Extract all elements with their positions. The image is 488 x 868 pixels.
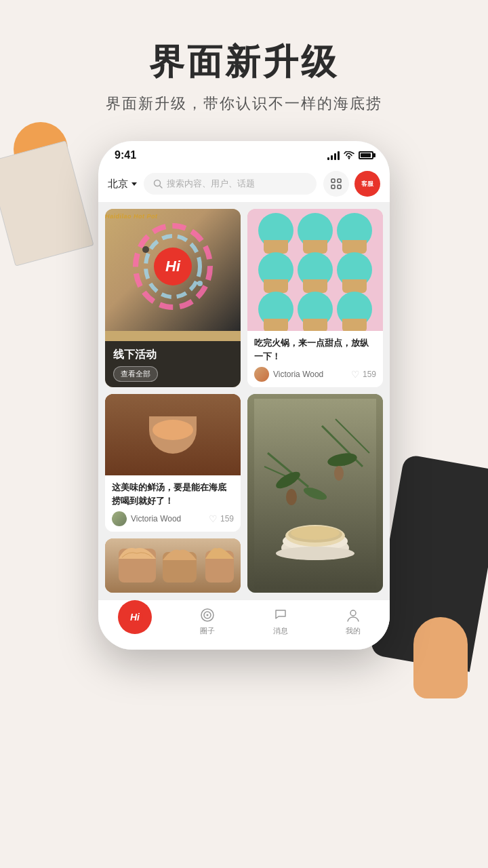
phone-frame: 9:41	[98, 141, 390, 650]
search-bar[interactable]: 搜索内容、用户、话题	[144, 173, 317, 195]
banner-image: Haidilao Hot Pot Hi	[105, 209, 241, 331]
cupcakes-card[interactable]: 吃完火锅，来一点甜点，放纵一下！ Victoria Wood ♡ 159	[247, 209, 383, 387]
soup-like-count: ♡ 159	[209, 513, 234, 524]
banner-btn[interactable]: 查看全部	[113, 366, 158, 382]
community-label: 圈子	[200, 626, 215, 636]
scan-icon	[329, 177, 343, 191]
svg-point-27	[291, 526, 340, 540]
wifi-icon	[344, 151, 354, 159]
community-icon	[199, 607, 216, 623]
chevron-down-icon	[131, 182, 137, 186]
bread-visual	[105, 538, 241, 593]
profile-icon	[345, 607, 361, 623]
soup-visual	[105, 394, 241, 475]
cupcakes-image	[247, 209, 383, 331]
status-icons	[327, 151, 373, 160]
battery-icon	[359, 151, 373, 159]
profile-label: 我的	[346, 626, 361, 636]
svg-rect-5	[331, 185, 335, 189]
svg-line-2	[160, 186, 163, 189]
service-label: 客服	[361, 180, 373, 189]
location-button[interactable]: 北京	[108, 178, 137, 191]
cupcake-item	[298, 292, 333, 327]
location-text: 北京	[108, 178, 128, 191]
phone-mockup: 9:41	[0, 141, 488, 650]
search-placeholder: 搜索内容、用户、话题	[167, 178, 255, 190]
svg-rect-3	[331, 179, 335, 182]
page-subtitle: 界面新升级，带你认识不一样的海底捞	[27, 94, 461, 114]
like-count: ♡ 159	[351, 369, 376, 380]
svg-point-37	[207, 614, 209, 616]
nav-community[interactable]: 圈子	[171, 607, 245, 636]
swirl-decoration: Hi	[125, 216, 220, 317]
winter-visual	[247, 394, 383, 593]
cupcakes-title: 吃完火锅，来一点甜点，放纵一下！	[254, 336, 376, 363]
scan-button[interactable]	[323, 171, 349, 197]
page-title: 界面新升级	[27, 41, 461, 83]
cupcake-item	[337, 213, 372, 248]
soup-title: 这美味的鲜汤，要是能在海底捞喝到就好了！	[112, 481, 234, 507]
nav-home[interactable]: Hi	[98, 607, 171, 636]
bread-image	[105, 538, 241, 593]
phone-inner: 9:41	[98, 141, 390, 650]
cupcake-item	[258, 213, 293, 248]
cupcake-item	[258, 252, 293, 288]
status-bar: 9:41	[98, 141, 390, 165]
soup-text: 这美味的鲜汤，要是能在海底捞喝到就好了！ Victoria Wood ♡ 159	[105, 475, 241, 532]
soup-author: Victoria Wood	[112, 511, 181, 526]
author-name: Victoria Wood	[273, 370, 323, 379]
banner-title: 线下活动	[113, 348, 232, 362]
winter-card[interactable]	[247, 394, 383, 593]
service-button[interactable]: 客服	[354, 171, 380, 197]
svg-rect-6	[338, 185, 341, 189]
search-icon	[153, 179, 163, 189]
svg-point-0	[348, 158, 350, 159]
soup-author-avatar	[112, 511, 127, 526]
banner-label: 线下活动 查看全部	[105, 341, 241, 387]
soup-image	[105, 394, 241, 475]
page-header: 界面新升级 界面新升级，带你认识不一样的海底捞	[0, 0, 488, 134]
cupcakes-text: 吃完火锅，来一点甜点，放纵一下！ Victoria Wood ♡ 159	[247, 331, 383, 387]
soup-card[interactable]: 这美味的鲜汤，要是能在海底捞喝到就好了！ Victoria Wood ♡ 159	[105, 394, 241, 532]
status-time: 9:41	[115, 149, 136, 161]
svg-point-22	[334, 466, 344, 481]
svg-point-21	[286, 489, 297, 505]
app-header: 北京 搜索内容、用户、话题	[98, 165, 390, 202]
message-icon	[272, 607, 289, 623]
signal-icon	[327, 151, 340, 160]
svg-point-28	[276, 547, 354, 560]
nav-profile[interactable]: 我的	[317, 607, 390, 636]
winter-image	[247, 394, 383, 593]
header-actions: 客服	[323, 171, 380, 197]
cupcake-item	[298, 213, 333, 248]
soup-author-name: Victoria Wood	[131, 514, 181, 524]
cupcake-item	[337, 252, 372, 288]
winter-scene-svg	[254, 399, 376, 589]
home-logo-icon: Hi	[125, 608, 144, 627]
svg-point-38	[350, 610, 356, 616]
bottom-nav: Hi 圈子	[98, 599, 390, 650]
svg-point-12	[197, 281, 203, 286]
cupcake-grid	[247, 209, 383, 331]
svg-rect-4	[338, 179, 341, 182]
soup-heart-icon: ♡	[209, 513, 218, 524]
cupcakes-author: Victoria Wood	[254, 367, 323, 382]
message-label: 消息	[273, 626, 288, 636]
soup-like-number: 159	[220, 514, 234, 524]
bread-svg	[105, 538, 241, 593]
bread-card[interactable]	[105, 538, 241, 593]
nav-message[interactable]: 消息	[244, 607, 317, 636]
banner-card[interactable]: Haidilao Hot Pot Hi 线下活动 查	[105, 209, 241, 387]
cupcake-item	[298, 252, 333, 288]
like-number: 159	[363, 370, 376, 379]
home-btn[interactable]: Hi	[118, 600, 152, 634]
soup-content	[152, 420, 193, 440]
cupcake-item	[337, 292, 372, 327]
svg-text:Hi: Hi	[165, 258, 181, 275]
cupcake-item	[258, 292, 293, 327]
svg-text:Hi: Hi	[130, 612, 140, 623]
svg-point-11	[142, 246, 149, 253]
content-area: Haidilao Hot Pot Hi 线下活动 查	[98, 202, 390, 599]
soup-bowl	[149, 416, 197, 454]
soup-meta: Victoria Wood ♡ 159	[112, 511, 234, 526]
